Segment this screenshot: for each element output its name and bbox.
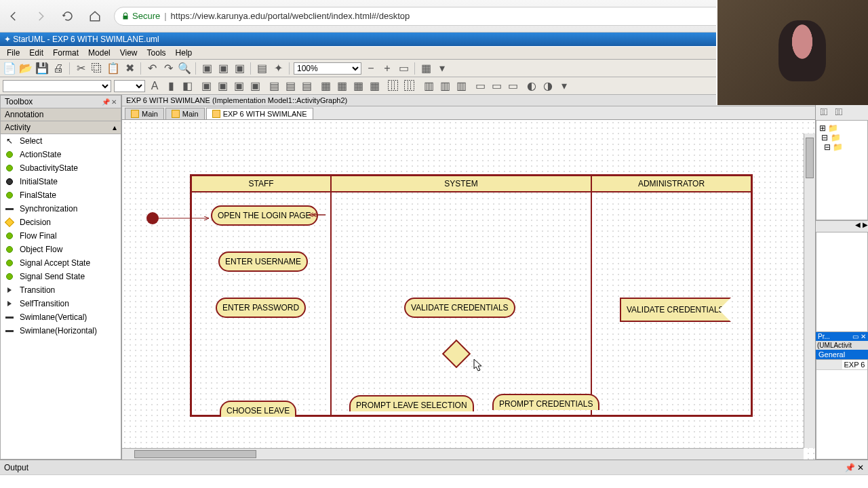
menu-edit[interactable]: Edit xyxy=(25,47,47,59)
section-annotation[interactable]: Annotation xyxy=(0,108,121,121)
action-choose-leave[interactable]: CHOOSE LEAVE xyxy=(220,401,296,417)
lay-a-icon[interactable]: ▥ xyxy=(422,79,435,93)
canvas-viewport[interactable]: STAFF SYSTEM ADMINISTRATOR OPEN THE LOGI… xyxy=(122,120,815,460)
signal-validate-admin[interactable]: VALIDATE CREDENTIALS xyxy=(620,298,731,322)
horizontal-scrollbar[interactable] xyxy=(122,448,804,460)
home-button[interactable] xyxy=(87,8,103,24)
grp-c-icon[interactable]: ▦ xyxy=(351,79,365,93)
font-select[interactable] xyxy=(3,80,111,92)
close-icon[interactable]: ✕ xyxy=(111,98,117,106)
align-b-icon[interactable]: ▣ xyxy=(216,79,229,93)
tool-finalstate[interactable]: FinalState xyxy=(1,188,121,202)
property-grid[interactable]: EXP 6 xyxy=(816,359,868,460)
tool-selftransition[interactable]: SelfTransition xyxy=(1,297,121,310)
pin-icon[interactable]: 📌 xyxy=(845,463,855,472)
tool-swimlane-vertical-[interactable]: Swimlane(Vertical) xyxy=(1,310,121,324)
zoom-select[interactable]: 100% xyxy=(294,62,361,75)
copy-icon[interactable]: ⿻ xyxy=(90,62,104,75)
menu-view[interactable]: View xyxy=(116,47,142,59)
lane-header-system[interactable]: SYSTEM xyxy=(331,176,591,192)
font-color-icon[interactable]: A xyxy=(148,79,161,93)
tool-a-icon[interactable]: ▣ xyxy=(200,62,214,75)
cut-icon[interactable]: ✂ xyxy=(74,62,87,75)
sz-c-icon[interactable]: ▭ xyxy=(506,79,519,93)
vertical-scrollbar[interactable] xyxy=(804,134,815,448)
close-icon[interactable]: ✕ xyxy=(857,463,864,472)
menu-model[interactable]: Model xyxy=(84,47,115,59)
tree-a-icon[interactable]: ⿲ xyxy=(817,105,831,119)
align-a-icon[interactable]: ▣ xyxy=(199,79,213,93)
sz-b-icon[interactable]: ▭ xyxy=(490,79,503,93)
lay-b-icon[interactable]: ▥ xyxy=(438,79,452,93)
line-color-icon[interactable]: ◧ xyxy=(180,79,194,93)
grp-d-icon[interactable]: ▦ xyxy=(368,79,381,93)
general-tab[interactable]: General xyxy=(816,350,868,359)
align-c-icon[interactable]: ▣ xyxy=(232,79,245,93)
tool-signal-accept-state[interactable]: Signal Accept State xyxy=(1,256,121,270)
tab-swimlane[interactable]: EXP 6 WITH SWIMLANE xyxy=(206,108,313,119)
undo-icon[interactable]: ↶ xyxy=(145,62,159,75)
tool-initialstate[interactable]: InitialState xyxy=(1,175,121,188)
lane-header-staff[interactable]: STAFF xyxy=(191,176,331,192)
tool-decision[interactable]: Decision xyxy=(1,216,121,229)
tab-main-1[interactable]: Main xyxy=(125,108,164,119)
misc-a-icon[interactable]: ◐ xyxy=(525,79,538,93)
find-icon[interactable]: 🔍 xyxy=(178,62,191,75)
delete-icon[interactable]: ✖ xyxy=(123,62,136,75)
zoom-fit-icon[interactable]: ▭ xyxy=(397,62,410,75)
order-b-icon[interactable]: ▤ xyxy=(283,79,297,93)
save-icon[interactable]: 💾 xyxy=(35,62,49,75)
model-tree[interactable]: ⊞ 📁 ⊟ 📁 ⊟ 📁 xyxy=(816,120,868,220)
tool-select[interactable]: ↖Select xyxy=(1,134,121,148)
tool-flow-final[interactable]: Flow Final xyxy=(1,229,121,243)
order-a-icon[interactable]: ▤ xyxy=(267,79,281,93)
misc-c-icon[interactable]: ▾ xyxy=(557,79,571,93)
reload-button[interactable] xyxy=(60,8,76,24)
dist-b-icon[interactable]: ⿲ xyxy=(403,79,416,93)
zoom-out-icon[interactable]: − xyxy=(364,62,378,75)
section-activity[interactable]: Activity ▴ xyxy=(0,121,121,134)
tool-c-icon[interactable]: ▣ xyxy=(233,62,246,75)
tab-main-2[interactable]: Main xyxy=(165,108,205,119)
tool-swimlane-horizontal-[interactable]: Swimlane(Horizontal) xyxy=(1,324,121,338)
misc-b-icon[interactable]: ◑ xyxy=(541,79,555,93)
lay-c-icon[interactable]: ▥ xyxy=(454,79,468,93)
tree-b-icon[interactable]: ⿲ xyxy=(832,105,846,119)
redo-icon[interactable]: ↷ xyxy=(161,62,175,75)
grp-b-icon[interactable]: ▦ xyxy=(335,79,349,93)
properties-header[interactable]: Pr...▭ ✕ xyxy=(816,332,868,341)
action-enter-password[interactable]: ENTER PASSWORD xyxy=(216,298,306,318)
menu-format[interactable]: Format xyxy=(49,47,83,59)
pin-icon[interactable]: 📌 xyxy=(102,98,110,106)
scrollbar-thumb[interactable] xyxy=(806,138,814,178)
sz-a-icon[interactable]: ▭ xyxy=(473,79,487,93)
tool-signal-send-state[interactable]: Signal Send State xyxy=(1,270,121,283)
tool-subactivitystate[interactable]: SubactivityState xyxy=(1,161,121,175)
scrollbar-thumb[interactable] xyxy=(134,450,256,458)
lane-header-admin[interactable]: ADMINISTRATOR xyxy=(591,176,751,192)
forward-button[interactable] xyxy=(33,8,49,24)
tool-d-icon[interactable]: ▤ xyxy=(255,62,269,75)
action-prompt-leave[interactable]: PROMPT LEAVE SELECTION xyxy=(349,395,474,411)
order-c-icon[interactable]: ▤ xyxy=(300,79,313,93)
dist-a-icon[interactable]: ⿲ xyxy=(387,79,400,93)
action-enter-username[interactable]: ENTER USERNAME xyxy=(218,251,308,272)
menu-tools[interactable]: Tools xyxy=(143,47,170,59)
paste-icon[interactable]: 📋 xyxy=(106,62,120,75)
align-d-icon[interactable]: ▣ xyxy=(248,79,262,93)
tool-e-icon[interactable]: ✦ xyxy=(271,62,285,75)
initial-state[interactable] xyxy=(146,212,159,224)
menu-file[interactable]: File xyxy=(3,47,24,59)
tool-transition[interactable]: Transition xyxy=(1,283,121,297)
size-select[interactable] xyxy=(114,80,145,92)
menu-help[interactable]: Help xyxy=(172,47,197,59)
grp-a-icon[interactable]: ▦ xyxy=(319,79,332,93)
open-icon[interactable]: 📂 xyxy=(19,62,33,75)
chevron-down-icon[interactable]: ▾ xyxy=(435,62,449,75)
action-prompt-credentials[interactable]: PROMPT CREDENTIALS xyxy=(492,394,599,410)
layout-icon[interactable]: ▦ xyxy=(419,62,433,75)
fill-color-icon[interactable]: ▮ xyxy=(164,79,178,93)
tool-b-icon[interactable]: ▣ xyxy=(216,62,230,75)
tool-synchronization[interactable]: Synchronization xyxy=(1,202,121,216)
tool-object-flow[interactable]: Object Flow xyxy=(1,243,121,256)
